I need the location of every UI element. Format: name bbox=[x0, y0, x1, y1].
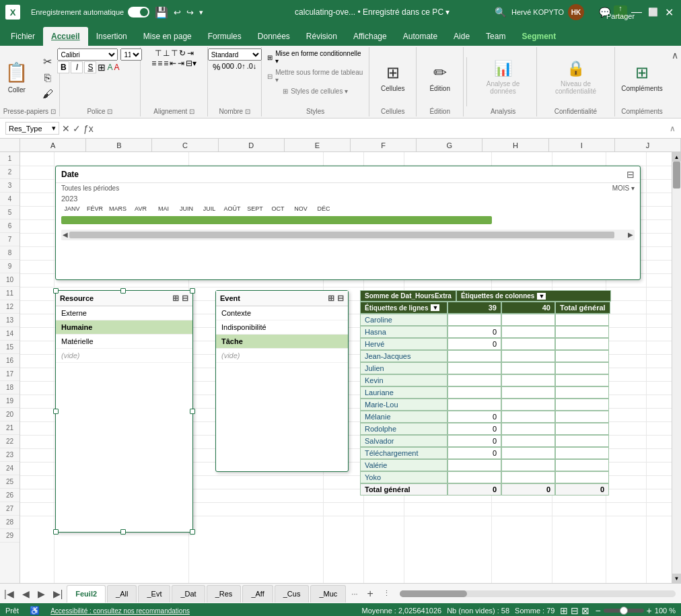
edition-button[interactable]: ✏ Édition bbox=[423, 61, 457, 95]
align-center-icon[interactable]: ≡ bbox=[157, 59, 162, 68]
row-num-21[interactable]: 21 bbox=[0, 421, 20, 435]
bold-button[interactable]: B bbox=[57, 61, 69, 73]
resource-multiselect-icon[interactable]: ⊞ bbox=[172, 294, 179, 303]
handle-ml[interactable] bbox=[53, 409, 59, 414]
row-num-27[interactable]: 27 bbox=[0, 502, 20, 516]
couper-button[interactable]: ✂ bbox=[36, 54, 60, 69]
month-sept[interactable]: SEPT bbox=[244, 205, 266, 212]
formula-cancel-icon[interactable]: ✕ bbox=[62, 123, 70, 134]
pivot-row-hasna[interactable]: Hasna 0 bbox=[360, 326, 616, 338]
scroll-right-btn[interactable]: ▶ bbox=[628, 231, 633, 238]
row-num-10[interactable]: 10 bbox=[0, 273, 20, 287]
merge-icon[interactable]: ⊟▾ bbox=[186, 59, 196, 68]
mois-button[interactable]: MOIS ▾ bbox=[612, 184, 635, 192]
date-scrollbar-thumb[interactable] bbox=[69, 232, 614, 238]
month-dec[interactable]: DÉC bbox=[313, 205, 334, 212]
ribbon-expand-icon[interactable]: ∧ bbox=[672, 50, 678, 61]
row-num-24[interactable]: 24 bbox=[0, 462, 20, 475]
save-location-arrow[interactable]: ▾ bbox=[445, 7, 450, 17]
sheet-tab-all[interactable]: _All bbox=[107, 585, 137, 603]
formula-confirm-icon[interactable]: ✓ bbox=[73, 123, 81, 134]
row-num-16[interactable]: 16 bbox=[0, 354, 20, 368]
align-right-icon[interactable]: ≡ bbox=[164, 59, 168, 68]
pivot-row-valerie[interactable]: Valérie bbox=[360, 459, 616, 471]
resource-item-vide[interactable]: (vide) bbox=[56, 349, 192, 363]
sheet-tab-aff[interactable]: _Aff bbox=[242, 585, 273, 603]
tab-revision[interactable]: Révision bbox=[298, 27, 345, 46]
indent-more-icon[interactable]: ⇥ bbox=[178, 59, 184, 68]
number-format-select[interactable]: Standard bbox=[208, 48, 262, 61]
month-avr[interactable]: AVR bbox=[130, 205, 151, 212]
row-num-25[interactable]: 25 bbox=[0, 475, 20, 489]
handle-bc[interactable] bbox=[120, 529, 126, 535]
ribbon-expand[interactable]: ∧ bbox=[669, 47, 681, 116]
pivot-row-yoko[interactable]: Yoko bbox=[360, 471, 616, 483]
month-fevr[interactable]: FÉVR bbox=[84, 205, 106, 212]
row-num-12[interactable]: 12 bbox=[0, 300, 20, 314]
tab-donnees[interactable]: Données bbox=[250, 27, 298, 46]
zoom-in-btn[interactable]: + bbox=[647, 605, 652, 616]
col-I[interactable]: I bbox=[549, 139, 615, 151]
share-button[interactable]: ↑ Partager bbox=[614, 5, 627, 19]
col-D[interactable]: D bbox=[219, 139, 285, 151]
sheet-tab-evt[interactable]: _Evt bbox=[138, 585, 170, 603]
cell-area[interactable]: Date ⊟ Toutes les périodes MOIS ▾ 2023 J… bbox=[20, 152, 681, 583]
event-item-indisponibilite[interactable]: Indisponibilité bbox=[216, 320, 348, 335]
tab-insertion[interactable]: Insertion bbox=[88, 27, 135, 46]
row-num-5[interactable]: 5 bbox=[0, 206, 20, 219]
font-family-select[interactable]: Calibri bbox=[57, 48, 118, 61]
border-icon[interactable]: ⊞ bbox=[98, 62, 106, 73]
pivot-row-rodolphe[interactable]: Rodolphe 0 bbox=[360, 423, 616, 435]
wrap-icon[interactable]: ⇥ bbox=[187, 48, 194, 58]
tab-nav-last[interactable]: ▶| bbox=[49, 588, 67, 599]
row-num-11[interactable]: 11 bbox=[0, 287, 20, 300]
redo-icon[interactable]: ↪ bbox=[186, 7, 194, 18]
sheet-tab-cus[interactable]: _Cus bbox=[275, 585, 310, 603]
decrease-decimal-icon[interactable]: .0↓ bbox=[247, 62, 257, 72]
sheet-tab-feuil2[interactable]: Feuil2 bbox=[67, 585, 106, 603]
tab-automate[interactable]: Automate bbox=[395, 27, 445, 46]
normal-view-icon[interactable]: ⊞ bbox=[560, 605, 568, 616]
month-mars[interactable]: MARS bbox=[107, 205, 129, 212]
resource-item-humaine[interactable]: Humaine bbox=[56, 320, 192, 335]
tab-scrollbar-thumb[interactable] bbox=[400, 590, 467, 597]
event-item-contexte[interactable]: Contexte bbox=[216, 306, 348, 320]
month-aout[interactable]: AOÛT bbox=[221, 205, 243, 212]
percent-icon[interactable]: % bbox=[213, 62, 221, 72]
row-num-13[interactable]: 13 bbox=[0, 314, 20, 327]
name-box-arrow[interactable]: ▾ bbox=[52, 124, 56, 133]
pivot-row-herve[interactable]: Hervé 0 bbox=[360, 338, 616, 350]
formula-function-icon[interactable]: ƒx bbox=[83, 123, 94, 134]
sheet-tab-res[interactable]: _Res bbox=[207, 585, 242, 603]
italic-button[interactable]: I bbox=[71, 61, 83, 73]
autosave-toggle[interactable] bbox=[128, 7, 149, 18]
resource-item-externe[interactable]: Externe bbox=[56, 306, 192, 320]
scroll-down-btn[interactable]: ▼ bbox=[672, 574, 681, 583]
event-clear-icon[interactable]: ⊟ bbox=[337, 294, 344, 303]
date-slicer[interactable]: Date ⊟ Toutes les périodes MOIS ▾ 2023 J… bbox=[55, 166, 641, 280]
tab-accueil[interactable]: Accueil bbox=[43, 27, 88, 46]
date-filter-icon[interactable]: ⊟ bbox=[626, 169, 635, 180]
handle-mr[interactable] bbox=[190, 409, 195, 414]
row-num-29[interactable]: 29 bbox=[0, 529, 20, 543]
vertical-scrollbar[interactable]: ▲ ▼ bbox=[672, 152, 681, 583]
pivot-col-header[interactable]: Étiquettes de colonnes ▼ bbox=[456, 290, 611, 302]
tab-nav-prev[interactable]: ◀ bbox=[18, 588, 34, 599]
search-icon[interactable]: 🔍 bbox=[495, 7, 506, 18]
customize-icon[interactable]: ▾ bbox=[199, 8, 203, 17]
complements-button[interactable]: ⊞ Compléments bbox=[617, 61, 667, 95]
row-num-22[interactable]: 22 bbox=[0, 435, 20, 448]
formula-bar-expand[interactable]: ∧ bbox=[670, 124, 676, 133]
row-num-17[interactable]: 17 bbox=[0, 368, 20, 381]
tab-fichier[interactable]: Fichier bbox=[3, 27, 43, 46]
tab-more-btn[interactable]: ··· bbox=[347, 590, 361, 598]
row-num-7[interactable]: 7 bbox=[0, 233, 20, 246]
col-filter-icon[interactable]: ▼ bbox=[537, 293, 546, 300]
row-num-19[interactable]: 19 bbox=[0, 395, 20, 408]
resource-item-materielle[interactable]: Matérielle bbox=[56, 335, 192, 349]
tab-nav-first[interactable]: |◀ bbox=[0, 588, 18, 599]
col-J[interactable]: J bbox=[615, 139, 681, 151]
copier-button[interactable]: ⎘ bbox=[36, 71, 60, 85]
event-item-tache[interactable]: Tâche bbox=[216, 335, 348, 349]
row-num-3[interactable]: 3 bbox=[0, 179, 20, 193]
